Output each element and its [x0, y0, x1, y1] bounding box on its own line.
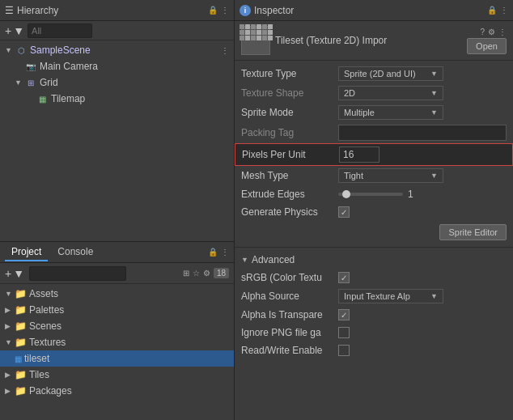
file-tileset[interactable]: ▦ tileset — [0, 350, 234, 367]
alpha-transparent-checkbox[interactable]: ✓ — [338, 309, 350, 320]
hierarchy-header: ☰ Hierarchy 🔒 ⋮ — [0, 0, 234, 21]
texture-type-value: Sprite (2D and UI) — [344, 69, 416, 78]
mesh-type-value: Tight — [344, 171, 363, 180]
sprite-mode-label: Sprite Mode — [241, 107, 338, 118]
project-search-input[interactable] — [29, 266, 126, 281]
generate-physics-row: Generate Physics ✓ — [235, 203, 513, 221]
inspector-overflow-icon[interactable]: ⋮ — [498, 28, 507, 36]
srgb-label: sRGB (Color Textu — [241, 272, 338, 283]
project-star-icon[interactable]: ☆ — [193, 269, 200, 278]
inspector-header-left: i Inspector — [240, 5, 294, 16]
project-lock-icon[interactable]: 🔒 — [208, 248, 218, 257]
texture-shape-dropdown[interactable]: 2D ▼ — [338, 86, 443, 100]
texture-type-dropdown[interactable]: Sprite (2D and UI) ▼ — [338, 66, 443, 81]
inspector-help-icon[interactable]: ? — [480, 28, 485, 36]
sprite-editor-row: Sprite Editor — [235, 221, 513, 244]
inspector-info-icon: i — [240, 5, 251, 16]
project-add-button[interactable]: + ▼ — [5, 267, 24, 280]
folder-scenes[interactable]: ▶ 📁 Scenes — [0, 318, 234, 334]
packages-label: Packages — [29, 385, 72, 397]
project-add-arrow-icon: ▼ — [13, 267, 24, 280]
folder-assets[interactable]: ▼ 📁 Assets — [0, 286, 234, 302]
tiles-folder-icon: 📁 — [15, 369, 27, 380]
packages-folder-icon: 📁 — [15, 385, 27, 397]
console-tab-label: Console — [57, 246, 93, 257]
inspector-menu-icon[interactable]: ⋮ — [500, 6, 508, 15]
hierarchy-lock-icon[interactable]: 🔒 — [208, 6, 218, 15]
scene-menu-icon[interactable]: ⋮ — [221, 46, 229, 55]
mesh-type-dropdown[interactable]: Tight ▼ — [338, 168, 443, 183]
alpha-source-dropdown[interactable]: Input Texture Alp ▼ — [338, 289, 443, 303]
srgb-checkbox[interactable]: ✓ — [338, 272, 350, 283]
generate-physics-checkbox[interactable]: ✓ — [338, 206, 350, 218]
tab-project[interactable]: Project — [5, 244, 48, 261]
ignore-png-checkbox[interactable] — [338, 327, 350, 338]
project-view-icon[interactable]: ⊞ — [183, 269, 189, 278]
assets-label: Assets — [29, 288, 58, 299]
open-button[interactable]: Open — [467, 38, 507, 54]
project-menu-icon[interactable]: ⋮ — [221, 248, 229, 257]
texture-shape-row: Texture Shape 2D ▼ — [235, 83, 513, 103]
folder-packages[interactable]: ▶ 📁 Packages — [0, 383, 234, 399]
extrude-edges-slider-container: 1 — [338, 189, 507, 200]
folder-textures[interactable]: ▼ 📁 Textures — [0, 334, 234, 350]
scenes-label: Scenes — [29, 320, 61, 332]
palettes-folder-icon: 📁 — [15, 304, 27, 316]
bottom-panel: Project Console 🔒 ⋮ + ▼ ⊞ ☆ ⚙ 18 — [0, 242, 234, 420]
scenes-folder-icon: 📁 — [15, 320, 27, 332]
palettes-label: Palettes — [29, 304, 64, 316]
mesh-type-arrow-icon: ▼ — [430, 172, 438, 180]
inspector-header-icons: 🔒 ⋮ — [487, 6, 508, 15]
hierarchy-item-maincamera[interactable]: 📷 Main Camera — [0, 58, 234, 74]
sprite-mode-value: Multiple — [344, 108, 375, 117]
read-write-label: Read/Write Enable — [241, 345, 338, 356]
hierarchy-title: Hierarchy — [17, 5, 58, 16]
project-toolbar: + ▼ ⊞ ☆ ⚙ 18 — [0, 263, 234, 284]
hierarchy-item-samplescene[interactable]: ▼ ⬡ SampleScene ⋮ — [0, 42, 234, 58]
hierarchy-search-input[interactable] — [28, 23, 92, 38]
hierarchy-add-button[interactable]: + ▼ — [5, 24, 24, 37]
read-write-checkbox[interactable] — [338, 345, 350, 356]
packing-tag-input[interactable] — [338, 125, 507, 141]
tileset-grid-preview — [240, 24, 273, 57]
alpha-source-label: Alpha Source — [241, 291, 338, 302]
inspector-asset-row: Tileset (Texture 2D) Impor ? ⚙ ⋮ Open — [235, 21, 513, 61]
extrude-edges-label: Extrude Edges — [241, 189, 338, 200]
inspector-lock-icon[interactable]: 🔒 — [487, 6, 497, 15]
advanced-section-header[interactable]: ▼ Advanced — [235, 251, 513, 269]
hierarchy-menu-icon[interactable]: ⋮ — [221, 6, 229, 15]
tiles-arrow-icon: ▶ — [5, 371, 15, 379]
folder-palettes[interactable]: ▶ 📁 Palettes — [0, 302, 234, 318]
folder-tiles[interactable]: ▶ 📁 Tiles — [0, 367, 234, 383]
inspector-settings-icon[interactable]: ⚙ — [488, 28, 495, 36]
tab-console[interactable]: Console — [51, 244, 100, 261]
scenes-arrow-icon: ▶ — [5, 322, 15, 330]
alpha-transparent-row: Alpha Is Transpare ✓ — [235, 306, 513, 324]
pixels-per-unit-label: Pixels Per Unit — [242, 149, 339, 160]
mesh-type-row: Mesh Type Tight ▼ — [235, 166, 513, 185]
read-write-row: Read/Write Enable — [235, 342, 513, 359]
sprite-editor-button[interactable]: Sprite Editor — [439, 224, 507, 240]
tileset-arrow-spacer — [5, 354, 15, 363]
inspector-panel: i Inspector 🔒 ⋮ Tileset (Texture 2D) Imp… — [235, 0, 513, 420]
extrude-edges-row: Extrude Edges 1 — [235, 185, 513, 203]
arrow-spacer — [15, 62, 24, 70]
hierarchy-item-tilemap[interactable]: ▦ Tilemap — [0, 91, 234, 107]
hierarchy-item-grid[interactable]: ▼ ⊞ Grid — [0, 74, 234, 91]
add-arrow-icon: ▼ — [13, 24, 24, 37]
advanced-label: Advanced — [252, 254, 295, 265]
project-filter-icon[interactable]: ⚙ — [203, 269, 210, 278]
inspector-body: Texture Type Sprite (2D and UI) ▼ Textur… — [235, 61, 513, 420]
sprite-mode-dropdown[interactable]: Multiple ▼ — [338, 105, 443, 120]
project-toolbar-right: ⊞ ☆ ⚙ 18 — [183, 268, 229, 278]
asset-name: Tileset (Texture 2D) Impor — [275, 35, 462, 46]
pixels-per-unit-row: Pixels Per Unit — [235, 143, 513, 166]
sprite-mode-row: Sprite Mode Multiple ▼ — [235, 103, 513, 122]
divider-1 — [235, 247, 513, 248]
extrude-edges-slider[interactable] — [338, 193, 403, 196]
project-add-icon: + — [5, 267, 11, 280]
texture-type-label: Texture Type — [241, 68, 338, 79]
ignore-png-row: Ignore PNG file ga — [235, 324, 513, 342]
tileset-file-icon: ▦ — [15, 354, 22, 363]
pixels-per-unit-input[interactable] — [339, 146, 379, 163]
